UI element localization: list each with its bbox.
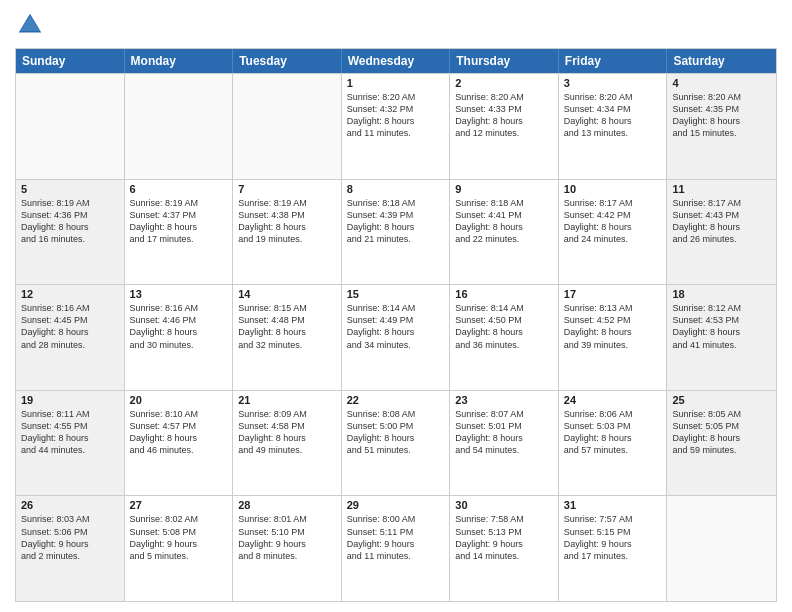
cell-info: Sunrise: 8:16 AM Sunset: 4:45 PM Dayligh… <box>21 302 119 351</box>
cell-info: Sunrise: 8:10 AM Sunset: 4:57 PM Dayligh… <box>130 408 228 457</box>
day-number: 21 <box>238 394 336 406</box>
cell-info: Sunrise: 8:19 AM Sunset: 4:38 PM Dayligh… <box>238 197 336 246</box>
cal-cell-day-4: 4Sunrise: 8:20 AM Sunset: 4:35 PM Daylig… <box>667 74 776 179</box>
day-number: 20 <box>130 394 228 406</box>
header-day-friday: Friday <box>559 49 668 73</box>
cell-info: Sunrise: 8:14 AM Sunset: 4:49 PM Dayligh… <box>347 302 445 351</box>
page-container: SundayMondayTuesdayWednesdayThursdayFrid… <box>0 0 792 612</box>
cal-cell-day-24: 24Sunrise: 8:06 AM Sunset: 5:03 PM Dayli… <box>559 391 668 496</box>
cal-row-3: 19Sunrise: 8:11 AM Sunset: 4:55 PM Dayli… <box>16 390 776 496</box>
cell-info: Sunrise: 8:20 AM Sunset: 4:33 PM Dayligh… <box>455 91 553 140</box>
cal-cell-day-14: 14Sunrise: 8:15 AM Sunset: 4:48 PM Dayli… <box>233 285 342 390</box>
cell-info: Sunrise: 8:06 AM Sunset: 5:03 PM Dayligh… <box>564 408 662 457</box>
cell-info: Sunrise: 8:02 AM Sunset: 5:08 PM Dayligh… <box>130 513 228 562</box>
cal-cell-day-21: 21Sunrise: 8:09 AM Sunset: 4:58 PM Dayli… <box>233 391 342 496</box>
day-number: 15 <box>347 288 445 300</box>
day-number: 3 <box>564 77 662 89</box>
day-number: 13 <box>130 288 228 300</box>
cal-cell-day-22: 22Sunrise: 8:08 AM Sunset: 5:00 PM Dayli… <box>342 391 451 496</box>
cal-cell-day-11: 11Sunrise: 8:17 AM Sunset: 4:43 PM Dayli… <box>667 180 776 285</box>
cell-info: Sunrise: 8:16 AM Sunset: 4:46 PM Dayligh… <box>130 302 228 351</box>
cell-info: Sunrise: 8:20 AM Sunset: 4:35 PM Dayligh… <box>672 91 771 140</box>
cell-info: Sunrise: 8:20 AM Sunset: 4:34 PM Dayligh… <box>564 91 662 140</box>
cal-cell-empty <box>125 74 234 179</box>
logo <box>15 10 49 40</box>
cal-row-2: 12Sunrise: 8:16 AM Sunset: 4:45 PM Dayli… <box>16 284 776 390</box>
header-day-saturday: Saturday <box>667 49 776 73</box>
header-day-thursday: Thursday <box>450 49 559 73</box>
header-day-monday: Monday <box>125 49 234 73</box>
cell-info: Sunrise: 7:58 AM Sunset: 5:13 PM Dayligh… <box>455 513 553 562</box>
cal-cell-day-9: 9Sunrise: 8:18 AM Sunset: 4:41 PM Daylig… <box>450 180 559 285</box>
cell-info: Sunrise: 8:19 AM Sunset: 4:37 PM Dayligh… <box>130 197 228 246</box>
cell-info: Sunrise: 8:11 AM Sunset: 4:55 PM Dayligh… <box>21 408 119 457</box>
cell-info: Sunrise: 8:08 AM Sunset: 5:00 PM Dayligh… <box>347 408 445 457</box>
cal-cell-day-29: 29Sunrise: 8:00 AM Sunset: 5:11 PM Dayli… <box>342 496 451 601</box>
cal-row-1: 5Sunrise: 8:19 AM Sunset: 4:36 PM Daylig… <box>16 179 776 285</box>
cal-cell-day-15: 15Sunrise: 8:14 AM Sunset: 4:49 PM Dayli… <box>342 285 451 390</box>
day-number: 19 <box>21 394 119 406</box>
cell-info: Sunrise: 8:15 AM Sunset: 4:48 PM Dayligh… <box>238 302 336 351</box>
cal-row-0: 1Sunrise: 8:20 AM Sunset: 4:32 PM Daylig… <box>16 73 776 179</box>
cell-info: Sunrise: 8:00 AM Sunset: 5:11 PM Dayligh… <box>347 513 445 562</box>
day-number: 8 <box>347 183 445 195</box>
cell-info: Sunrise: 8:20 AM Sunset: 4:32 PM Dayligh… <box>347 91 445 140</box>
cell-info: Sunrise: 8:12 AM Sunset: 4:53 PM Dayligh… <box>672 302 771 351</box>
cell-info: Sunrise: 8:18 AM Sunset: 4:39 PM Dayligh… <box>347 197 445 246</box>
cal-cell-day-30: 30Sunrise: 7:58 AM Sunset: 5:13 PM Dayli… <box>450 496 559 601</box>
cell-info: Sunrise: 8:09 AM Sunset: 4:58 PM Dayligh… <box>238 408 336 457</box>
svg-marker-1 <box>20 16 40 31</box>
cell-info: Sunrise: 8:03 AM Sunset: 5:06 PM Dayligh… <box>21 513 119 562</box>
day-number: 22 <box>347 394 445 406</box>
day-number: 14 <box>238 288 336 300</box>
cell-info: Sunrise: 8:05 AM Sunset: 5:05 PM Dayligh… <box>672 408 771 457</box>
day-number: 28 <box>238 499 336 511</box>
cal-cell-day-26: 26Sunrise: 8:03 AM Sunset: 5:06 PM Dayli… <box>16 496 125 601</box>
cal-cell-day-5: 5Sunrise: 8:19 AM Sunset: 4:36 PM Daylig… <box>16 180 125 285</box>
cal-cell-day-31: 31Sunrise: 7:57 AM Sunset: 5:15 PM Dayli… <box>559 496 668 601</box>
day-number: 27 <box>130 499 228 511</box>
cell-info: Sunrise: 8:17 AM Sunset: 4:43 PM Dayligh… <box>672 197 771 246</box>
cal-cell-empty <box>233 74 342 179</box>
cell-info: Sunrise: 8:17 AM Sunset: 4:42 PM Dayligh… <box>564 197 662 246</box>
cal-cell-day-13: 13Sunrise: 8:16 AM Sunset: 4:46 PM Dayli… <box>125 285 234 390</box>
day-number: 6 <box>130 183 228 195</box>
cell-info: Sunrise: 8:01 AM Sunset: 5:10 PM Dayligh… <box>238 513 336 562</box>
cell-info: Sunrise: 8:19 AM Sunset: 4:36 PM Dayligh… <box>21 197 119 246</box>
cal-cell-day-19: 19Sunrise: 8:11 AM Sunset: 4:55 PM Dayli… <box>16 391 125 496</box>
day-number: 18 <box>672 288 771 300</box>
cell-info: Sunrise: 7:57 AM Sunset: 5:15 PM Dayligh… <box>564 513 662 562</box>
header-day-sunday: Sunday <box>16 49 125 73</box>
cal-cell-day-12: 12Sunrise: 8:16 AM Sunset: 4:45 PM Dayli… <box>16 285 125 390</box>
cal-cell-day-28: 28Sunrise: 8:01 AM Sunset: 5:10 PM Dayli… <box>233 496 342 601</box>
cal-cell-day-7: 7Sunrise: 8:19 AM Sunset: 4:38 PM Daylig… <box>233 180 342 285</box>
cal-cell-day-23: 23Sunrise: 8:07 AM Sunset: 5:01 PM Dayli… <box>450 391 559 496</box>
day-number: 10 <box>564 183 662 195</box>
cal-cell-day-18: 18Sunrise: 8:12 AM Sunset: 4:53 PM Dayli… <box>667 285 776 390</box>
cal-cell-day-2: 2Sunrise: 8:20 AM Sunset: 4:33 PM Daylig… <box>450 74 559 179</box>
day-number: 24 <box>564 394 662 406</box>
header-day-wednesday: Wednesday <box>342 49 451 73</box>
day-number: 12 <box>21 288 119 300</box>
cal-cell-day-20: 20Sunrise: 8:10 AM Sunset: 4:57 PM Dayli… <box>125 391 234 496</box>
header <box>15 10 777 40</box>
calendar-header: SundayMondayTuesdayWednesdayThursdayFrid… <box>16 49 776 73</box>
cal-cell-day-8: 8Sunrise: 8:18 AM Sunset: 4:39 PM Daylig… <box>342 180 451 285</box>
cell-info: Sunrise: 8:18 AM Sunset: 4:41 PM Dayligh… <box>455 197 553 246</box>
cal-row-4: 26Sunrise: 8:03 AM Sunset: 5:06 PM Dayli… <box>16 495 776 601</box>
header-day-tuesday: Tuesday <box>233 49 342 73</box>
cell-info: Sunrise: 8:13 AM Sunset: 4:52 PM Dayligh… <box>564 302 662 351</box>
cell-info: Sunrise: 8:07 AM Sunset: 5:01 PM Dayligh… <box>455 408 553 457</box>
day-number: 25 <box>672 394 771 406</box>
cal-cell-day-25: 25Sunrise: 8:05 AM Sunset: 5:05 PM Dayli… <box>667 391 776 496</box>
cell-info: Sunrise: 8:14 AM Sunset: 4:50 PM Dayligh… <box>455 302 553 351</box>
day-number: 5 <box>21 183 119 195</box>
day-number: 30 <box>455 499 553 511</box>
cal-cell-day-1: 1Sunrise: 8:20 AM Sunset: 4:32 PM Daylig… <box>342 74 451 179</box>
cal-cell-empty <box>16 74 125 179</box>
logo-icon <box>15 10 45 40</box>
cal-cell-day-27: 27Sunrise: 8:02 AM Sunset: 5:08 PM Dayli… <box>125 496 234 601</box>
day-number: 1 <box>347 77 445 89</box>
calendar-body: 1Sunrise: 8:20 AM Sunset: 4:32 PM Daylig… <box>16 73 776 601</box>
day-number: 29 <box>347 499 445 511</box>
